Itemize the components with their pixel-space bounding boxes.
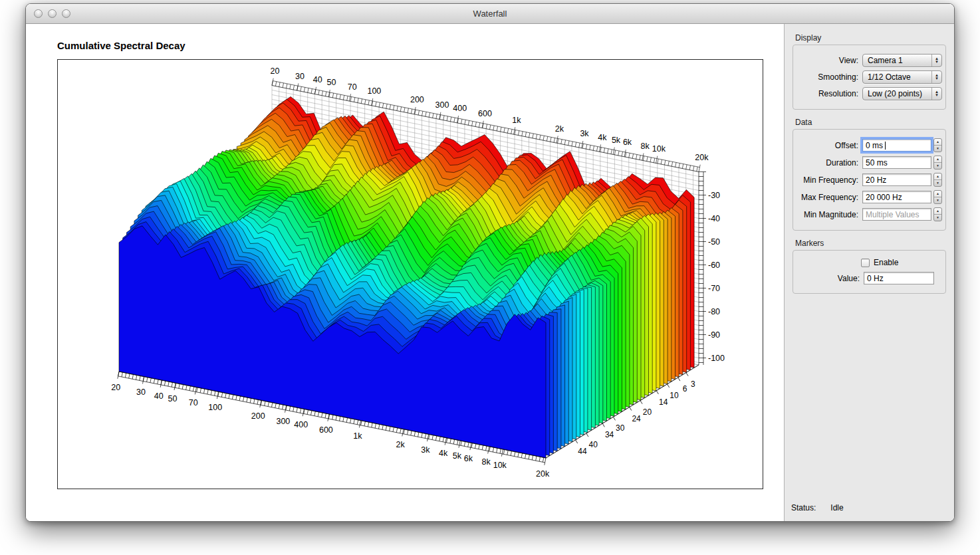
stepper-down-icon[interactable]: ▼ — [934, 180, 941, 186]
svg-text:600: 600 — [478, 109, 492, 118]
stepper-down-icon[interactable]: ▼ — [934, 197, 941, 203]
stepper-up-icon[interactable]: ▲ — [934, 191, 941, 197]
svg-text:2k: 2k — [396, 440, 406, 449]
marker-value-label: Value: — [796, 274, 860, 283]
max-frequency-input[interactable]: 20 000 Hz — [862, 191, 931, 203]
svg-text:20: 20 — [643, 407, 652, 417]
close-button[interactable] — [34, 9, 43, 18]
svg-text:34: 34 — [605, 430, 614, 439]
svg-text:5k: 5k — [453, 451, 462, 461]
svg-text:20k: 20k — [695, 153, 709, 162]
waterfall-chart: 20304050701002003004006001k2k3k4k5k6k8k1… — [57, 59, 763, 489]
svg-text:-30: -30 — [708, 191, 720, 200]
data-group: Data Offset: 0 ms ▲ ▼ Dur — [793, 118, 946, 231]
svg-text:300: 300 — [276, 417, 290, 426]
stepper-up-icon[interactable]: ▲ — [934, 173, 941, 180]
min-magnitude-row: Min Magnitude: Multiple Values ▲ ▼ — [796, 207, 942, 221]
offset-row: Offset: 0 ms ▲ ▼ — [796, 138, 942, 152]
svg-text:-50: -50 — [708, 237, 720, 247]
svg-text:1k: 1k — [512, 116, 521, 125]
plot-section: Cumulative Spectral Decay 20304050701002… — [26, 24, 784, 522]
titlebar[interactable]: Waterfall — [26, 4, 954, 24]
smoothing-label: Smoothing: — [796, 72, 858, 82]
svg-text:30: 30 — [136, 388, 146, 397]
stepper-up-icon[interactable]: ▲ — [934, 156, 941, 163]
svg-text:5k: 5k — [612, 136, 621, 145]
view-popup[interactable]: Camera 1 ▲▼ — [862, 54, 942, 67]
svg-text:1k: 1k — [353, 431, 362, 441]
window-controls — [34, 4, 70, 23]
duration-value: 50 ms — [866, 158, 888, 167]
svg-text:-70: -70 — [708, 284, 720, 293]
svg-text:400: 400 — [294, 420, 308, 429]
svg-text:200: 200 — [410, 95, 424, 104]
stepper-down-icon[interactable]: ▼ — [934, 215, 941, 221]
max-frequency-stepper[interactable]: ▲ ▼ — [933, 190, 942, 204]
offset-input[interactable]: 0 ms — [862, 139, 931, 152]
view-row: View: Camera 1 ▲▼ — [796, 54, 942, 67]
max-frequency-value: 20 000 Hz — [866, 193, 902, 202]
min-frequency-input[interactable]: 20 Hz — [862, 173, 931, 186]
view-label: View: — [796, 56, 858, 65]
svg-text:2k: 2k — [555, 124, 564, 134]
min-frequency-value: 20 Hz — [866, 175, 886, 185]
svg-text:-40: -40 — [708, 214, 720, 223]
svg-text:10: 10 — [670, 391, 679, 400]
max-frequency-row: Max Frequency: 20 000 Hz ▲ ▼ — [796, 190, 942, 204]
marker-value-input[interactable]: 0 Hz — [864, 272, 934, 284]
stepper-up-icon[interactable]: ▲ — [934, 139, 941, 146]
svg-text:40: 40 — [589, 440, 598, 449]
min-frequency-row: Min Frequency: 20 Hz ▲ ▼ — [796, 173, 942, 187]
smoothing-popup-value: 1/12 Octave — [868, 72, 911, 82]
svg-text:44: 44 — [578, 447, 587, 456]
svg-text:24: 24 — [632, 414, 641, 423]
data-group-box: Offset: 0 ms ▲ ▼ Duration: 50 — [793, 129, 946, 231]
min-frequency-stepper[interactable]: ▲ ▼ — [933, 173, 942, 187]
svg-text:20: 20 — [111, 383, 120, 392]
status-label: Status: — [791, 503, 816, 512]
svg-text:3k: 3k — [580, 129, 589, 138]
svg-text:30: 30 — [295, 72, 305, 81]
zoom-button[interactable] — [62, 9, 70, 18]
markers-group-box: Enable Value: 0 Hz — [793, 250, 946, 294]
svg-text:100: 100 — [208, 403, 222, 412]
offset-stepper[interactable]: ▲ ▼ — [933, 138, 942, 152]
stepper-down-icon[interactable]: ▼ — [934, 146, 941, 152]
svg-text:14: 14 — [659, 397, 668, 407]
min-frequency-label: Min Frequency: — [796, 175, 858, 185]
min-magnitude-value: Multiple Values — [866, 210, 919, 219]
svg-text:20: 20 — [270, 66, 279, 76]
stepper-up-icon[interactable]: ▲ — [934, 208, 941, 215]
svg-text:50: 50 — [327, 78, 336, 87]
duration-stepper[interactable]: ▲ ▼ — [933, 156, 942, 169]
markers-group: Markers Enable Value: 0 Hz — [793, 239, 946, 294]
enable-markers-checkbox[interactable] — [861, 259, 870, 267]
popup-arrows-icon: ▲▼ — [931, 71, 941, 83]
svg-text:6k: 6k — [623, 138, 632, 147]
marker-value-row: Value: 0 Hz — [796, 272, 942, 284]
svg-text:10k: 10k — [493, 461, 507, 470]
resolution-popup[interactable]: Low (20 points) ▲▼ — [862, 87, 942, 100]
minimize-button[interactable] — [48, 9, 57, 18]
svg-text:400: 400 — [453, 104, 467, 113]
popup-arrows-icon: ▲▼ — [931, 55, 941, 66]
offset-value: 0 ms — [866, 141, 883, 150]
svg-text:3: 3 — [691, 380, 695, 389]
smoothing-popup[interactable]: 1/12 Octave ▲▼ — [862, 70, 942, 84]
min-magnitude-input[interactable]: Multiple Values — [862, 208, 931, 221]
svg-text:200: 200 — [251, 411, 265, 421]
window-title: Waterfall — [473, 9, 507, 19]
svg-text:50: 50 — [168, 394, 177, 403]
svg-text:-90: -90 — [708, 330, 720, 340]
stepper-down-icon[interactable]: ▼ — [934, 163, 941, 169]
duration-input[interactable]: 50 ms — [862, 156, 931, 169]
svg-text:4k: 4k — [439, 449, 448, 458]
resolution-label: Resolution: — [796, 89, 858, 98]
svg-text:20k: 20k — [536, 469, 550, 479]
svg-text:8k: 8k — [481, 457, 491, 467]
min-magnitude-stepper[interactable]: ▲ ▼ — [933, 207, 942, 221]
svg-text:70: 70 — [189, 398, 198, 407]
plot-title: Cumulative Spectral Decay — [57, 40, 185, 51]
marker-value: 0 Hz — [867, 274, 884, 283]
view-popup-value: Camera 1 — [868, 56, 903, 65]
